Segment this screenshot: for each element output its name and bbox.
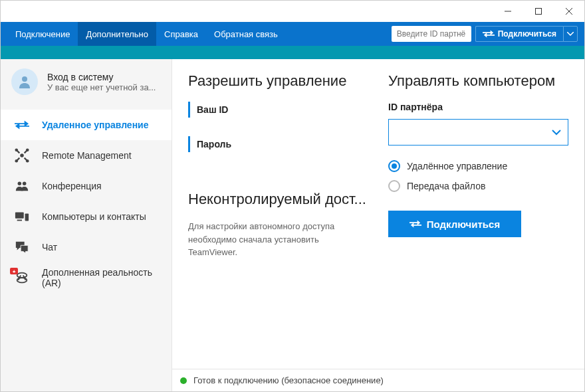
chat-icon (14, 239, 30, 255)
window-titlebar (1, 1, 584, 22)
sidebar-item-ar[interactable]: Дополненная реальность (AR) (1, 262, 172, 293)
svg-point-4 (22, 76, 27, 82)
menu-feedback[interactable]: Обратная связь (206, 22, 286, 46)
sidebar-item-label: Конференция (42, 181, 102, 191)
radio-remote-control[interactable]: Удалённое управление (388, 160, 568, 172)
people-icon (14, 178, 30, 194)
svg-point-5 (15, 148, 18, 151)
avatar (11, 68, 38, 95)
your-id-label: Ваш ID (197, 104, 368, 115)
close-icon (566, 8, 572, 15)
connect-button-top[interactable]: Подключиться (475, 26, 563, 42)
svg-rect-14 (17, 220, 22, 221)
svg-point-9 (20, 153, 24, 157)
radio-icon (388, 180, 400, 192)
allow-control-title: Разрешить управление (188, 72, 368, 90)
partner-id-field (388, 119, 568, 146)
status-indicator-icon (180, 377, 187, 384)
connect-button[interactable]: Подключиться (388, 211, 521, 237)
account-subtitle: У вас еще нет учетной за... (47, 82, 161, 92)
maximize-icon (535, 8, 542, 15)
sidebar-item-meeting[interactable]: Конференция (1, 171, 172, 201)
sidebar-item-remote-management[interactable]: Remote Management (1, 140, 172, 171)
sidebar-item-label: Remote Management (42, 150, 132, 161)
menu-help[interactable]: Справка (156, 22, 206, 46)
svg-point-11 (23, 182, 26, 186)
svg-point-7 (15, 159, 18, 163)
statusbar: Готов к подключению (безопасное соединен… (172, 369, 584, 391)
minimize-icon (505, 8, 511, 15)
connect-arrows-icon (483, 30, 495, 38)
account-signin[interactable]: Вход в систему У вас еще нет учетной за.… (1, 59, 172, 104)
control-computer-column: Управлять компьютером ID партнёра Удалён… (388, 72, 568, 369)
main-panel: Разрешить управление Ваш ID Пароль Некон… (172, 59, 584, 391)
chevron-down-icon (567, 32, 574, 36)
radio-file-transfer[interactable]: Передача файлов (388, 180, 568, 192)
svg-rect-12 (15, 213, 24, 219)
minimize-button[interactable] (493, 1, 523, 22)
menu-connection[interactable]: Подключение (7, 22, 78, 46)
accent-strip (1, 46, 584, 59)
radio-label: Передача файлов (407, 181, 485, 191)
unattended-title: Неконтролируемый дост... (188, 191, 368, 208)
partner-id-input-top[interactable] (392, 26, 471, 42)
sidebar-item-label: Удаленное управление (42, 120, 148, 130)
remote-management-icon (14, 147, 30, 163)
partner-id-input[interactable] (388, 119, 568, 146)
sidebar-item-label: Чат (42, 242, 57, 252)
sidebar-item-label: Дополненная реальность (AR) (42, 267, 158, 288)
connect-button-top-dropdown[interactable] (563, 26, 578, 42)
maximize-button[interactable] (523, 1, 554, 22)
status-text: Готов к подключению (безопасное соединен… (193, 375, 384, 385)
connect-arrows-icon (410, 219, 421, 229)
password-label: Пароль (197, 139, 368, 149)
sidebar-nav: Удаленное управление Remote Management К… (1, 110, 172, 293)
sidebar-item-remote-control[interactable]: Удаленное управление (1, 110, 172, 140)
new-badge (10, 268, 18, 274)
allow-control-column: Разрешить управление Ваш ID Пароль Некон… (188, 72, 368, 369)
radio-label: Удалённое управление (407, 161, 507, 171)
svg-point-10 (18, 182, 21, 186)
your-id-block: Ваш ID (188, 102, 368, 118)
close-button[interactable] (554, 1, 584, 22)
svg-point-8 (26, 159, 29, 163)
partner-id-label: ID партнёра (388, 102, 568, 112)
sidebar: Вход в систему У вас еще нет учетной за.… (1, 59, 172, 391)
account-text: Вход в систему У вас еще нет учетной за.… (47, 72, 161, 92)
account-title: Вход в систему (47, 72, 161, 82)
connect-button-top-group: Подключиться (475, 26, 578, 42)
connect-button-label: Подключиться (427, 219, 500, 230)
menubar: Подключение Дополнительно Справка Обратн… (1, 22, 584, 46)
partner-id-dropdown[interactable] (544, 119, 568, 146)
sidebar-item-label: Компьютеры и контакты (42, 211, 146, 222)
svg-point-6 (26, 148, 29, 151)
connect-button-top-label: Подключиться (498, 29, 556, 39)
password-block: Пароль (188, 136, 368, 152)
svg-rect-13 (25, 213, 29, 221)
chevron-down-icon (552, 128, 561, 137)
remote-control-icon (14, 117, 30, 133)
sidebar-item-chat[interactable]: Чат (1, 232, 172, 262)
svg-rect-1 (536, 9, 542, 15)
unattended-description: Для настройки автономного доступа необхо… (188, 220, 361, 259)
devices-icon (14, 209, 30, 225)
menu-extras[interactable]: Дополнительно (78, 22, 156, 46)
avatar-icon (17, 74, 33, 90)
control-computer-title: Управлять компьютером (388, 72, 568, 90)
radio-icon (388, 160, 400, 172)
sidebar-item-computers-contacts[interactable]: Компьютеры и контакты (1, 201, 172, 232)
